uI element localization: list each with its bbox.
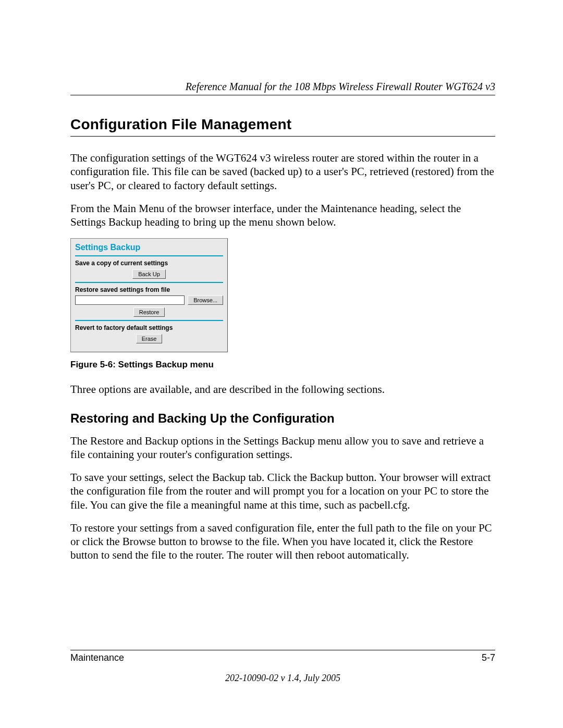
save-settings-label: Save a copy of current settings <box>75 260 223 267</box>
panel-divider <box>75 255 223 256</box>
body-paragraph: The Restore and Backup options in the Se… <box>70 434 495 462</box>
browse-button[interactable]: Browse... <box>188 295 223 305</box>
running-header: Reference Manual for the 108 Mbps Wirele… <box>70 81 495 95</box>
revert-settings-label: Revert to factory default settings <box>75 324 223 331</box>
section-heading-rule <box>70 136 495 137</box>
restore-file-input[interactable] <box>75 295 185 305</box>
settings-backup-panel: Settings Backup Save a copy of current s… <box>70 238 228 352</box>
figure-caption: Figure 5-6: Settings Backup menu <box>70 360 495 370</box>
restore-settings-label: Restore saved settings from file <box>75 286 223 293</box>
subsection-heading: Restoring and Backing Up the Configurati… <box>70 411 495 426</box>
footer-doc-id: 202-10090-02 v 1.4, July 2005 <box>70 673 495 684</box>
restore-button[interactable]: Restore <box>133 307 165 317</box>
panel-title: Settings Backup <box>75 241 223 255</box>
header-rule <box>70 95 495 95</box>
body-paragraph: To restore your settings from a saved co… <box>70 521 495 562</box>
panel-divider <box>75 282 223 283</box>
footer-section-name: Maintenance <box>70 652 124 663</box>
erase-button[interactable]: Erase <box>136 334 163 343</box>
body-paragraph: From the Main Menu of the browser interf… <box>70 202 495 229</box>
section-heading: Configuration File Management <box>70 116 495 133</box>
body-paragraph: The configuration settings of the WGT624… <box>70 151 495 192</box>
panel-divider <box>75 320 223 321</box>
footer-page-number: 5-7 <box>482 652 495 663</box>
body-paragraph: To save your settings, select the Backup… <box>70 471 495 512</box>
body-paragraph: Three options are available, and are des… <box>70 382 495 396</box>
backup-button[interactable]: Back Up <box>132 269 166 279</box>
figure-settings-backup: Settings Backup Save a copy of current s… <box>70 238 495 352</box>
page-footer: Maintenance 5-7 202-10090-02 v 1.4, July… <box>70 650 495 684</box>
document-page: Reference Manual for the 108 Mbps Wirele… <box>0 0 563 728</box>
